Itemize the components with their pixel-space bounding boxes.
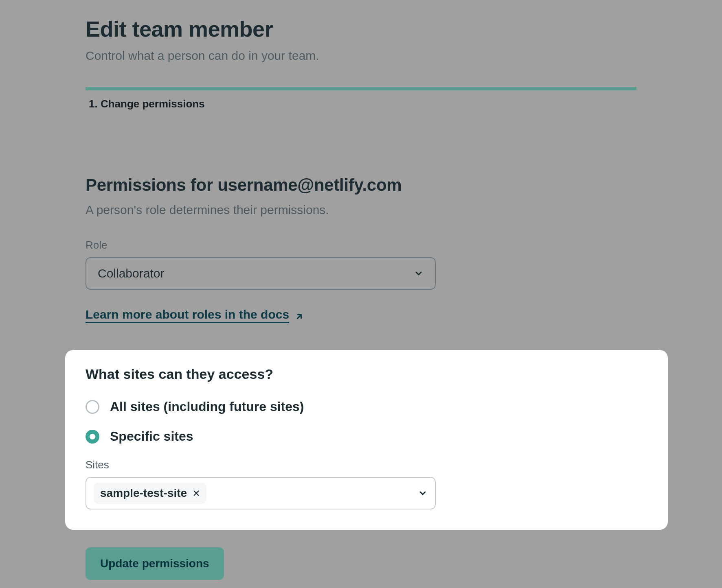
progress-bar bbox=[86, 87, 636, 90]
radio-all-sites-label: All sites (including future sites) bbox=[110, 399, 304, 414]
chevron-down-icon bbox=[418, 488, 428, 498]
site-chip: sample-test-site bbox=[94, 483, 206, 504]
role-select-wrap: Collaborator bbox=[86, 257, 436, 290]
role-field-label: Role bbox=[86, 239, 636, 251]
learn-more-roles-link[interactable]: Learn more about roles in the docs bbox=[86, 308, 304, 321]
close-icon[interactable] bbox=[193, 490, 200, 497]
permissions-section-subtitle: A person's role determines their permiss… bbox=[86, 203, 636, 217]
site-chip-label: sample-test-site bbox=[100, 487, 187, 500]
role-select[interactable]: Collaborator bbox=[86, 257, 436, 290]
update-permissions-label: Update permissions bbox=[100, 557, 209, 570]
chevron-down-icon bbox=[414, 269, 424, 278]
radio-specific-sites-label: Specific sites bbox=[110, 429, 193, 444]
step-label: 1. Change permissions bbox=[86, 98, 636, 110]
page-subtitle: Control what a person can do in your tea… bbox=[86, 49, 636, 63]
sites-multiselect[interactable]: sample-test-site bbox=[86, 477, 436, 509]
sites-access-title: What sites can they access? bbox=[86, 366, 647, 382]
sites-field-label: Sites bbox=[86, 459, 647, 471]
page-title: Edit team member bbox=[86, 16, 636, 42]
edit-team-member-page: Edit team member Control what a person c… bbox=[0, 0, 722, 370]
radio-icon bbox=[86, 400, 99, 414]
sites-access-radio-group: All sites (including future sites) Speci… bbox=[86, 399, 647, 444]
role-select-value: Collaborator bbox=[98, 267, 164, 280]
docs-link-text: Learn more about roles in the docs bbox=[86, 308, 289, 321]
radio-specific-sites[interactable]: Specific sites bbox=[86, 429, 647, 444]
update-permissions-button[interactable]: Update permissions bbox=[86, 547, 224, 580]
radio-icon bbox=[86, 430, 99, 444]
sites-access-card: What sites can they access? All sites (i… bbox=[65, 350, 668, 530]
radio-all-sites[interactable]: All sites (including future sites) bbox=[86, 399, 647, 414]
external-link-icon bbox=[295, 310, 304, 319]
permissions-section-title: Permissions for username@netlify.com bbox=[86, 175, 636, 195]
